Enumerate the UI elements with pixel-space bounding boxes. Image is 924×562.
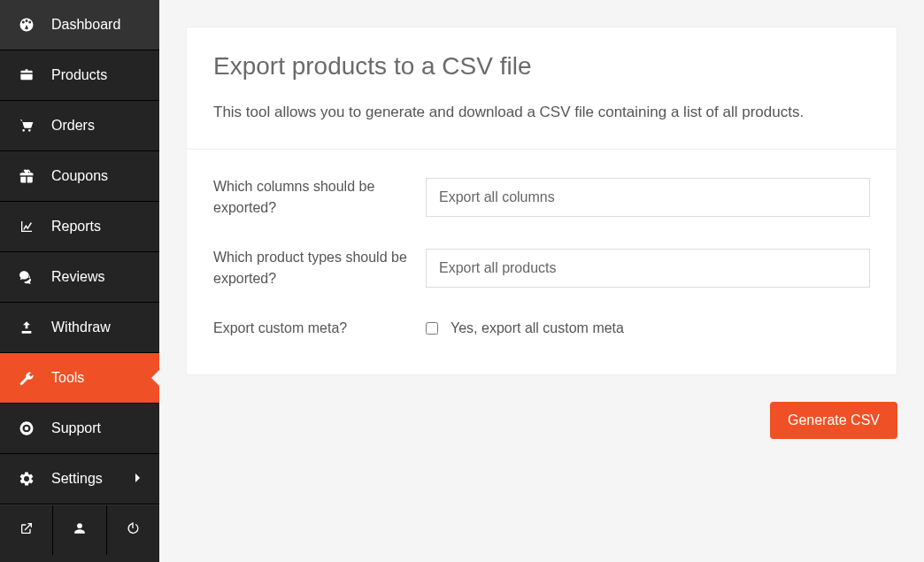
panel-body: Which columns should be exported? Export… [187,150,897,374]
gear-icon [18,471,35,487]
sidebar-item-label: Tools [51,370,142,386]
profile-button[interactable] [53,505,106,555]
lifering-icon [18,420,35,436]
sidebar-item-orders[interactable]: Orders [0,101,159,151]
logout-button[interactable] [107,505,159,555]
upload-icon [18,320,35,335]
sidebar-item-reports[interactable]: Reports [0,202,159,252]
sidebar-item-label: Settings [51,471,135,487]
form-row-types: Which product types should be exported? … [213,247,870,289]
sidebar-item-label: Orders [51,118,142,134]
sidebar: Dashboard Products Orders Coupons Report… [0,0,159,562]
form-row-columns: Which columns should be exported? Export… [213,176,870,219]
briefcase-icon [18,68,35,82]
sidebar-item-dashboard[interactable]: Dashboard [0,0,159,50]
sidebar-item-reviews[interactable]: Reviews [0,252,159,303]
panel-title: Export products to a CSV file [213,52,870,81]
form-row-meta: Export custom meta? Yes, export all cust… [213,318,870,339]
actions-row: Generate CSV [186,375,897,439]
sidebar-item-label: Dashboard [51,17,142,33]
panel-description: This tool allows you to generate and dow… [213,100,870,124]
columns-select[interactable]: Export all columns [426,178,870,217]
sidebar-item-products[interactable]: Products [0,50,159,101]
meta-label: Export custom meta? [213,318,426,339]
meta-checkbox[interactable] [426,322,438,335]
sidebar-item-label: Reports [51,219,142,235]
gift-icon [18,168,35,184]
wrench-icon [18,370,35,386]
dashboard-icon [18,17,35,33]
power-icon [126,521,140,539]
meta-checkbox-label: Yes, export all custom meta [450,320,624,336]
sidebar-item-tools[interactable]: Tools [0,353,159,404]
external-link-icon [19,521,34,539]
generate-csv-button[interactable]: Generate CSV [770,402,897,439]
user-icon [73,521,86,539]
external-link-button[interactable] [0,505,53,555]
sidebar-item-label: Withdraw [51,319,142,335]
panel-header: Export products to a CSV file This tool … [187,27,897,150]
sidebar-footer [0,504,159,555]
sidebar-item-label: Products [51,67,142,83]
main-content: Export products to a CSV file This tool … [159,0,924,562]
sidebar-item-support[interactable]: Support [0,404,159,454]
columns-label: Which columns should be exported? [213,176,426,219]
types-select[interactable]: Export all products [426,249,870,288]
chevron-right-icon [135,471,142,487]
comments-icon [18,270,35,284]
sidebar-item-withdraw[interactable]: Withdraw [0,303,159,353]
export-panel: Export products to a CSV file This tool … [186,27,897,375]
chart-icon [18,219,35,234]
sidebar-item-label: Coupons [51,168,142,184]
sidebar-item-label: Reviews [51,269,142,285]
sidebar-item-settings[interactable]: Settings [0,454,159,504]
types-label: Which product types should be exported? [213,247,426,289]
cart-icon [18,119,35,133]
sidebar-item-label: Support [51,420,142,436]
sidebar-item-coupons[interactable]: Coupons [0,151,159,202]
